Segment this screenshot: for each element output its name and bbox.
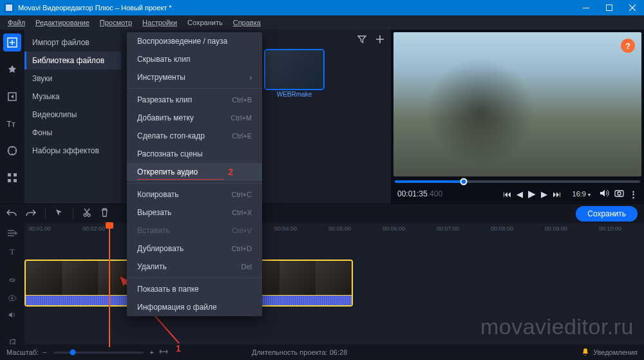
timeline-ruler[interactable]: 00:01:00 00:02:00 00:03:00 00:04:00 00:0…: [24, 223, 644, 238]
ctx-sep: [127, 88, 262, 89]
app-icon: [4, 3, 14, 13]
tab-filters[interactable]: [3, 61, 21, 79]
menu-save[interactable]: Сохранить: [182, 17, 228, 28]
video-track[interactable]: 1: [24, 260, 644, 307]
ctx-sep: [127, 278, 262, 278]
panel-nav: Импорт файлов Библиотека файлов Звуки Му…: [24, 30, 121, 204]
ctx-split[interactable]: Разрезать клипCtrl+B: [127, 91, 262, 109]
ctx-hide-clip[interactable]: Скрывать клип: [127, 50, 262, 68]
context-menu: Воспроизведение / пауза Скрывать клип Ин…: [127, 32, 262, 316]
svg-rect-10: [14, 179, 17, 182]
filter-icon[interactable]: [357, 35, 366, 46]
panel-item-videos[interactable]: Видеоклипы: [24, 106, 121, 124]
tab-more[interactable]: [3, 169, 21, 187]
maximize-button[interactable]: [598, 0, 621, 15]
status-bar: Масштаб: − + Длительность проекта: 06:28…: [0, 345, 644, 360]
media-thumb-selected[interactable]: WEBRmake: [265, 50, 323, 99]
left-sidebar: Tт: [0, 30, 24, 204]
timeline: T 00:01:00 00:02:00 00:03:00 00:04:00 00…: [0, 223, 644, 347]
menu-settings[interactable]: Настройки: [137, 17, 182, 28]
ctx-freeze-frame[interactable]: Сделать стоп-кадрCtrl+E: [127, 127, 262, 145]
fit-icon[interactable]: [159, 348, 168, 356]
ctx-delete[interactable]: УдалитьDel: [127, 258, 262, 276]
svg-rect-0: [6, 5, 12, 11]
panel-item-effects[interactable]: Наборы эффектов: [24, 142, 121, 160]
panel-item-music[interactable]: Музыка: [24, 88, 121, 106]
menu-view[interactable]: Просмотр: [95, 17, 137, 28]
ctx-add-marker[interactable]: Добавить меткуCtrl+M: [127, 109, 262, 127]
title-bar: Movavi Видеоредактор Плюс – Новый проект…: [0, 0, 644, 15]
cut-tool-icon[interactable]: [82, 208, 91, 219]
zoom-slider[interactable]: [53, 352, 144, 354]
ctx-cut[interactable]: ВырезатьCtrl+X: [127, 204, 262, 222]
bell-icon[interactable]: [582, 348, 589, 357]
preview-time: 00:01:35.400: [397, 189, 442, 198]
chevron-right-icon: ›: [250, 74, 252, 81]
menu-help[interactable]: Справка: [228, 17, 266, 28]
ctx-paste: ВставитьCtrl+V: [127, 222, 262, 240]
panel-item-backgrounds[interactable]: Фоны: [24, 124, 121, 142]
save-button[interactable]: Сохранить: [576, 206, 638, 222]
video-visible-icon[interactable]: [8, 294, 17, 303]
add-track-icon[interactable]: [7, 229, 17, 239]
menu-file[interactable]: Файл: [3, 17, 30, 28]
add-icon[interactable]: [375, 35, 384, 46]
svg-point-13: [84, 214, 86, 216]
panel-item-library[interactable]: Библиотека файлов: [24, 52, 121, 70]
volume-icon[interactable]: [600, 189, 609, 200]
redo-icon[interactable]: [26, 208, 36, 219]
help-button[interactable]: ?: [621, 39, 635, 53]
audio-track[interactable]: [24, 313, 644, 331]
ctx-play-pause[interactable]: Воспроизведение / пауза: [127, 32, 262, 50]
step-back-icon[interactable]: ◀: [516, 189, 523, 199]
close-button[interactable]: [621, 0, 644, 15]
tab-transitions[interactable]: [3, 88, 21, 106]
video-track-link-icon[interactable]: [8, 276, 16, 286]
ctx-sep: [127, 183, 262, 184]
ctx-tools[interactable]: Инструменты›: [127, 68, 262, 86]
ctx-copy[interactable]: КопироватьCtrl+C: [127, 185, 262, 204]
step-forward-icon[interactable]: ▶: [541, 189, 547, 199]
panel-item-sounds[interactable]: Звуки: [24, 70, 121, 88]
audio-mute-icon[interactable]: [8, 311, 17, 321]
notifications-label[interactable]: Уведомления: [593, 348, 638, 356]
prev-clip-icon[interactable]: ⏮: [503, 189, 511, 199]
arrow-tool-icon[interactable]: [55, 208, 64, 219]
svg-point-15: [12, 298, 14, 299]
aspect-ratio[interactable]: 16:9 ▾: [573, 190, 591, 198]
annotation-2: 2: [228, 167, 233, 177]
menu-edit[interactable]: Редактирование: [30, 17, 95, 28]
titles-track-icon[interactable]: T: [10, 247, 15, 257]
trash-icon[interactable]: [100, 208, 109, 219]
tab-import[interactable]: [3, 33, 21, 52]
tab-stickers[interactable]: [3, 142, 21, 160]
playhead[interactable]: [109, 223, 110, 347]
next-clip-icon[interactable]: ⏭: [553, 189, 561, 199]
preview-area: ? 00:01:35.400 ⏮ ◀ ▶ ▶ ⏭ 16:9 ▾ ⋮: [391, 30, 644, 204]
minimize-button[interactable]: [574, 0, 598, 15]
svg-rect-2: [607, 5, 612, 11]
ctx-duplicate[interactable]: ДублироватьCtrl+D: [127, 240, 262, 258]
svg-point-12: [618, 192, 621, 195]
undo-icon[interactable]: [6, 208, 17, 219]
svg-text:Tт: Tт: [6, 119, 15, 128]
thumb-caption: WEBRmake: [265, 91, 323, 99]
tab-titles[interactable]: Tт: [3, 115, 21, 133]
preview-more-icon[interactable]: ⋮: [629, 189, 638, 199]
svg-rect-1: [583, 8, 589, 8]
play-icon[interactable]: ▶: [528, 188, 536, 200]
window-title: Movavi Видеоредактор Плюс – Новый проект…: [18, 4, 172, 12]
ctx-file-info[interactable]: Информация о файле: [127, 298, 262, 316]
zoom-in-icon[interactable]: +: [150, 348, 154, 356]
panel-item-import[interactable]: Импорт файлов: [24, 33, 121, 52]
annotation-1: 1: [176, 343, 181, 354]
svg-rect-9: [8, 179, 11, 182]
zoom-out-icon[interactable]: −: [43, 348, 46, 356]
ctx-show-in-folder[interactable]: Показать в папке: [127, 280, 262, 298]
snapshot-icon[interactable]: [614, 189, 624, 199]
ctx-detach-audio[interactable]: Открепить аудио2: [127, 163, 262, 181]
preview-seek-bar[interactable]: [395, 180, 640, 183]
preview-video[interactable]: ?: [393, 32, 641, 176]
duration-label: Длительность проекта: 06:28: [252, 348, 347, 356]
ctx-detect-scenes[interactable]: Распознать сцены: [127, 145, 262, 163]
